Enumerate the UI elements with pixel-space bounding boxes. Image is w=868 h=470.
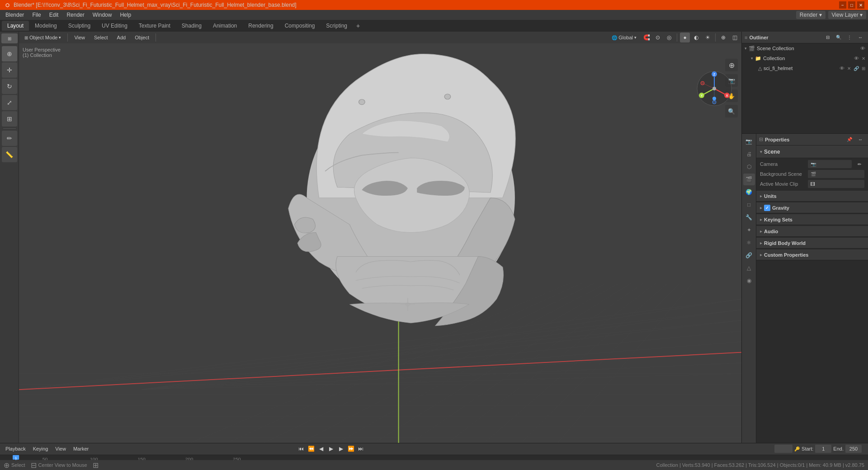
menu-help[interactable]: Help xyxy=(116,11,135,19)
props-expand[interactable]: ↔ xyxy=(855,135,865,145)
tab-texture-paint[interactable]: Texture Paint xyxy=(133,21,176,31)
tab-rendering[interactable]: Rendering xyxy=(243,21,278,31)
nav-widget[interactable]: Z X Y xyxy=(696,70,732,107)
jump-prev-keyframe-btn[interactable]: ⏪ xyxy=(307,444,316,453)
engine-selector[interactable]: Render ▾ xyxy=(796,11,826,19)
measure-tool[interactable]: 📏 xyxy=(2,147,17,162)
tab-shading[interactable]: Shading xyxy=(176,21,207,31)
props-particles-icon[interactable]: ✦ xyxy=(743,224,755,236)
jump-next-keyframe-btn[interactable]: ⏩ xyxy=(346,444,355,453)
tab-uv-editing[interactable]: UV Editing xyxy=(96,21,133,31)
timeline-menu-keying[interactable]: Keying xyxy=(30,445,51,452)
mesh-render-toggle[interactable]: ✕ xyxy=(847,66,851,71)
collection-render-toggle[interactable]: ✕ xyxy=(862,56,865,61)
viewport-menu-add[interactable]: Add xyxy=(113,34,130,41)
outliner-options[interactable]: ⋮ xyxy=(844,33,854,42)
custom-properties-section[interactable]: ▸ Custom Properties xyxy=(756,249,868,260)
tab-modeling[interactable]: Modeling xyxy=(29,21,62,31)
props-world-icon[interactable]: 🌍 xyxy=(743,186,755,198)
props-constraints-icon[interactable]: 🔗 xyxy=(743,249,755,261)
collection-visibility[interactable]: 👁 xyxy=(854,56,859,61)
maximize-button[interactable]: □ xyxy=(848,1,855,9)
timeline-menu-marker[interactable]: Marker xyxy=(71,445,91,452)
props-scene-icon[interactable]: 🎬 xyxy=(743,174,755,185)
audio-section[interactable]: ▸ Audio xyxy=(756,226,868,237)
play-btn[interactable]: ▶ xyxy=(326,444,335,453)
start-frame-input[interactable] xyxy=(815,445,831,453)
keying-sets-section[interactable]: ▸ Keying Sets xyxy=(756,214,868,225)
step-forward-btn[interactable]: ▶ xyxy=(336,444,345,453)
tab-sculpting[interactable]: Sculpting xyxy=(63,21,96,31)
outliner-filter[interactable]: ⊟ xyxy=(823,33,833,42)
jump-end-btn[interactable]: ⏭ xyxy=(356,444,365,453)
viewport-3d[interactable]: ⊞ Object Mode ▾ View Select Add Object 🌐… xyxy=(19,32,741,443)
step-back-btn[interactable]: ◀ xyxy=(316,444,326,453)
viewport-menu-object[interactable]: Object xyxy=(131,34,153,41)
menu-file[interactable]: File xyxy=(28,11,44,19)
tab-layout[interactable]: Layout xyxy=(2,21,29,31)
props-pin[interactable]: 📌 xyxy=(844,135,854,145)
overlay-toggle[interactable]: ⊕ xyxy=(718,33,728,42)
xray-toggle[interactable]: ◫ xyxy=(730,33,740,42)
units-section[interactable]: ▸ Units xyxy=(756,191,868,202)
outliner-search[interactable]: 🔍 xyxy=(834,33,844,42)
tab-scripting[interactable]: Scripting xyxy=(321,21,353,31)
gravity-checkbox[interactable]: ✓ xyxy=(764,205,770,211)
scene-collection-visibility[interactable]: 👁 xyxy=(860,46,865,51)
close-button[interactable]: ✕ xyxy=(857,1,864,9)
collection-item[interactable]: ▾ 📁 Collection 👁 ✕ xyxy=(742,53,868,63)
mode-selector[interactable]: ⊞ xyxy=(1,33,18,43)
menu-edit[interactable]: Edit xyxy=(46,11,62,19)
props-data-icon[interactable]: △ xyxy=(743,262,755,274)
background-scene-value[interactable]: 🎬 xyxy=(808,170,864,178)
outliner-collapse[interactable]: ↔ xyxy=(855,33,865,42)
props-render-icon[interactable]: 📷 xyxy=(743,136,755,147)
props-physics-icon[interactable]: ⚛ xyxy=(743,237,755,249)
props-modifier-icon[interactable]: 🔧 xyxy=(743,212,755,223)
scene-collection-item[interactable]: ▾ 🎬 Scene Collection 👁 xyxy=(742,43,868,53)
props-view-layer-icon[interactable]: ⬡ xyxy=(743,161,755,173)
active-movie-clip-value[interactable]: 🎞 xyxy=(808,180,864,188)
timeline-menu-view[interactable]: View xyxy=(52,445,69,452)
minimize-button[interactable]: − xyxy=(839,1,846,9)
current-frame-input[interactable]: 1 xyxy=(774,445,793,453)
add-workspace-button[interactable]: + xyxy=(353,21,363,31)
viewport-menu-select[interactable]: Select xyxy=(90,34,112,41)
transform-pivot[interactable]: ◎ xyxy=(664,33,674,42)
rigid-body-section[interactable]: ▸ Rigid Body World xyxy=(756,238,868,249)
transform-tool[interactable]: ⊞ xyxy=(2,111,17,127)
props-output-icon[interactable]: 🖨 xyxy=(743,148,755,160)
transform-space-selector[interactable]: 🌐 Global ▾ xyxy=(608,34,640,41)
zoom-to-fit[interactable]: ⊕ xyxy=(725,59,738,71)
props-material-icon[interactable]: ◉ xyxy=(743,275,755,287)
end-frame-input[interactable] xyxy=(845,445,862,453)
cursor-tool[interactable]: ⊕ xyxy=(2,46,17,61)
move-tool[interactable]: ✛ xyxy=(2,62,17,78)
view-menu[interactable]: ⊞ Object Mode ▾ xyxy=(21,34,65,41)
gravity-section[interactable]: ▸ ✓ Gravity xyxy=(756,202,868,213)
menu-blender[interactable]: Blender xyxy=(2,11,28,19)
tab-compositing[interactable]: Compositing xyxy=(279,21,321,31)
camera-value[interactable]: 📷 xyxy=(808,160,852,168)
snap-toggle[interactable]: 🧲 xyxy=(642,33,651,42)
viewport-menu-view[interactable]: View xyxy=(71,34,89,41)
proportional-edit[interactable]: ⊙ xyxy=(653,33,663,42)
menu-render[interactable]: Render xyxy=(63,11,88,19)
view-layer-selector[interactable]: View Layer ▾ xyxy=(828,11,866,19)
menu-window[interactable]: Window xyxy=(89,11,116,19)
mesh-item[interactable]: △ sci_fi_helmet 👁 ✕ 🔗 ⊞ xyxy=(742,63,868,73)
solid-shading[interactable]: ● xyxy=(680,33,690,42)
mesh-visibility[interactable]: 👁 xyxy=(840,66,844,71)
status-select-icon[interactable]: ⊕ xyxy=(4,461,9,470)
material-shading[interactable]: ◐ xyxy=(691,33,701,42)
jump-start-btn[interactable]: ⏮ xyxy=(297,444,306,453)
camera-edit-btn[interactable]: ✏ xyxy=(854,159,864,169)
scene-canvas[interactable]: Z X Y xyxy=(19,43,741,443)
zoom-view[interactable]: 🔍 xyxy=(725,105,738,118)
scale-tool[interactable]: ⤢ xyxy=(2,95,17,110)
rendered-shading[interactable]: ☀ xyxy=(703,33,712,42)
timeline-menu-playback[interactable]: Playback xyxy=(3,445,28,452)
annotate-tool[interactable]: ✏ xyxy=(2,131,17,146)
rotate-tool[interactable]: ↻ xyxy=(2,79,17,94)
tab-animation[interactable]: Animation xyxy=(208,21,242,31)
